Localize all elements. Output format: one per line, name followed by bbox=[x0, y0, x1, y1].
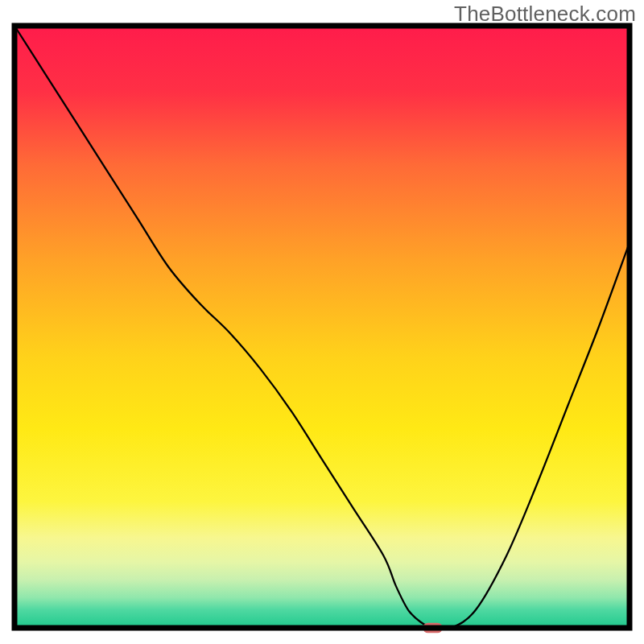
plot-area bbox=[14, 26, 630, 633]
chart-container: TheBottleneck.com bbox=[0, 0, 644, 644]
watermark-text: TheBottleneck.com bbox=[454, 2, 636, 27]
bottleneck-chart bbox=[0, 0, 644, 644]
gradient-background bbox=[14, 26, 630, 628]
